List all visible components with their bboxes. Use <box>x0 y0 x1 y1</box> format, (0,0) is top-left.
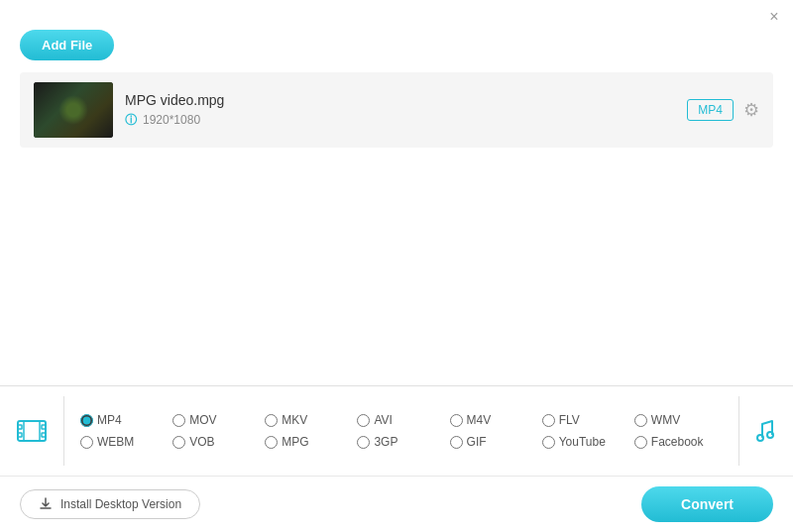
format-radio-facebook[interactable] <box>634 436 647 449</box>
format-radio-flv[interactable] <box>542 414 555 427</box>
file-actions: MP4 ⚙ <box>687 99 759 121</box>
format-options: MP4 MOV MKV AVI M4V FLV <box>64 405 738 457</box>
action-bar: Install Desktop Version Convert <box>0 476 793 532</box>
format-radio-avi[interactable] <box>357 414 370 427</box>
format-radio-youtube[interactable] <box>542 436 555 449</box>
format-option-m4v[interactable]: M4V <box>450 413 538 427</box>
format-label-avi[interactable]: AVI <box>374 413 392 427</box>
film-icon <box>16 415 48 447</box>
bottom-bar: MP4 MOV MKV AVI M4V FLV <box>0 385 793 532</box>
format-radio-mp4[interactable] <box>80 414 93 427</box>
title-bar: × <box>0 0 793 30</box>
format-radio-mkv[interactable] <box>265 414 278 427</box>
svg-rect-2 <box>18 433 22 437</box>
format-option-youtube[interactable]: YouTube <box>542 435 630 449</box>
settings-icon[interactable]: ⚙ <box>743 99 759 121</box>
format-radio-gif[interactable] <box>450 436 463 449</box>
format-label-vob[interactable]: VOB <box>189 435 214 449</box>
file-item: MPG video.mpg ⓘ 1920*1080 MP4 ⚙ <box>20 72 773 148</box>
format-label-mov[interactable]: MOV <box>189 413 216 427</box>
format-label-wmv[interactable]: WMV <box>651 413 680 427</box>
install-desktop-button[interactable]: Install Desktop Version <box>20 489 200 519</box>
file-resolution: 1920*1080 <box>143 113 200 127</box>
format-bar: MP4 MOV MKV AVI M4V FLV <box>0 386 793 476</box>
format-label-webm[interactable]: WEBM <box>97 435 134 449</box>
svg-rect-3 <box>42 425 46 429</box>
format-radio-vob[interactable] <box>172 436 185 449</box>
format-radio-mov[interactable] <box>172 414 185 427</box>
format-option-3gp[interactable]: 3GP <box>357 435 445 449</box>
format-option-facebook[interactable]: Facebook <box>634 435 723 449</box>
format-option-vob[interactable]: VOB <box>172 435 261 449</box>
file-name: MPG video.mpg <box>125 92 675 108</box>
format-label-mp4[interactable]: MP4 <box>97 413 122 427</box>
svg-rect-1 <box>18 425 22 429</box>
file-list: MPG video.mpg ⓘ 1920*1080 MP4 ⚙ <box>0 72 793 148</box>
music-icon-area[interactable] <box>738 396 793 466</box>
format-label-youtube[interactable]: YouTube <box>559 435 606 449</box>
format-option-wmv[interactable]: WMV <box>634 413 723 427</box>
install-label: Install Desktop Version <box>60 497 181 511</box>
format-option-avi[interactable]: AVI <box>357 413 445 427</box>
format-label-flv[interactable]: FLV <box>559 413 580 427</box>
main-content <box>0 148 793 375</box>
format-option-gif[interactable]: GIF <box>450 435 538 449</box>
file-info: MPG video.mpg ⓘ 1920*1080 <box>125 92 675 129</box>
format-option-mov[interactable]: MOV <box>172 413 261 427</box>
svg-rect-0 <box>18 421 46 441</box>
format-radio-m4v[interactable] <box>450 414 463 427</box>
format-option-mp4[interactable]: MP4 <box>80 413 169 427</box>
format-label-gif[interactable]: GIF <box>467 435 487 449</box>
thumbnail-image <box>34 82 113 138</box>
format-option-webm[interactable]: WEBM <box>80 435 169 449</box>
convert-button[interactable]: Convert <box>641 486 773 522</box>
format-option-mkv[interactable]: MKV <box>265 413 353 427</box>
format-radio-webm[interactable] <box>80 436 93 449</box>
music-icon <box>752 417 780 445</box>
svg-rect-4 <box>42 433 46 437</box>
file-thumbnail <box>34 82 113 138</box>
download-icon <box>39 497 53 511</box>
toolbar: Add File <box>0 30 793 72</box>
format-label-3gp[interactable]: 3GP <box>374 435 397 449</box>
close-button[interactable]: × <box>765 8 783 26</box>
format-radio-wmv[interactable] <box>634 414 647 427</box>
format-label-facebook[interactable]: Facebook <box>651 435 704 449</box>
format-badge[interactable]: MP4 <box>687 99 734 121</box>
format-radio-mpg[interactable] <box>265 436 278 449</box>
format-label-mpg[interactable]: MPG <box>282 435 308 449</box>
file-meta: ⓘ 1920*1080 <box>125 112 675 129</box>
format-label-mkv[interactable]: MKV <box>282 413 307 427</box>
format-option-flv[interactable]: FLV <box>542 413 630 427</box>
format-option-mpg[interactable]: MPG <box>265 435 353 449</box>
format-label-m4v[interactable]: M4V <box>467 413 492 427</box>
format-icon-area <box>0 396 64 466</box>
format-radio-3gp[interactable] <box>357 436 370 449</box>
info-icon: ⓘ <box>125 112 137 129</box>
add-file-button[interactable]: Add File <box>20 30 114 60</box>
